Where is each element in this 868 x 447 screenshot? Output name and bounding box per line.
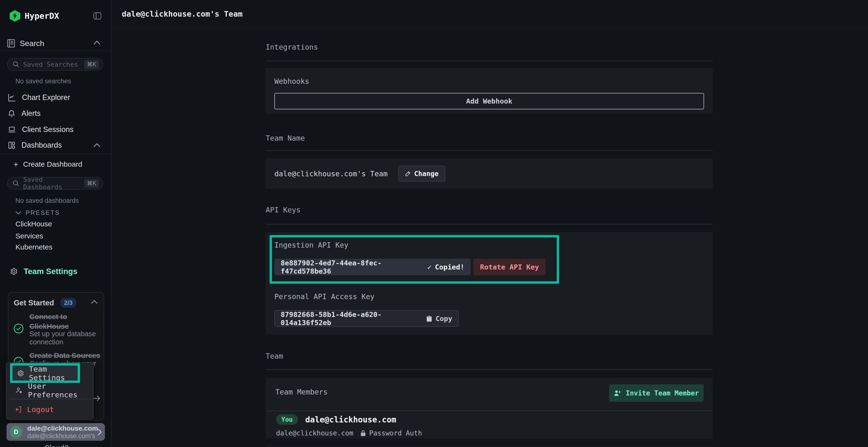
section-divider [266,150,713,151]
sidebar-item-label: Chart Explorer [22,93,70,102]
section-divider [266,370,713,370]
personal-api-key-label: Personal API Access Key [274,293,374,301]
copy-label: Copy [435,314,452,323]
rotate-api-key-button[interactable]: Rotate API Key [473,259,546,275]
personal-key-text: 87982668-58b1-4d6e-a620-014a136f52eb [281,310,426,327]
chevron-down-icon [16,211,21,215]
chevron-right-icon [97,428,102,436]
menu-item-label: User Preferences [28,382,93,399]
sidebar-item-dashboards[interactable]: Dashboards [8,140,62,150]
webhooks-label: Webhooks [274,77,309,85]
sidebar-item-label: Dashboards [22,141,62,149]
saved-searches-placeholder: Saved Searches [23,61,84,68]
presets-header[interactable]: PRESETS [16,209,60,217]
no-saved-dashboards-text: No saved dashboards [16,197,79,204]
get-started-progress-badge: 2/3 [60,298,76,308]
user-menu: Team Settings User Preferences [6,363,94,419]
team-members-card: Team Members Invite Team Member You dale… [266,378,713,439]
search-section-label: Search [20,39,44,48]
invite-team-member-button[interactable]: Invite Team Member [609,384,704,402]
collapse-sidebar-icon[interactable] [94,12,101,20]
journal-search-icon [7,39,15,47]
saved-dashboards-placeholder: Saved Dashboards [23,176,84,191]
team-name-value: dale@clickhouse.com's Team [274,170,388,178]
bell-icon [8,109,15,117]
ingestion-api-key-value[interactable]: 8e887902-4ed7-44ea-8fec-f47cd578be36 ✓ C… [274,259,471,275]
next-card-sliver [266,446,713,447]
ingestion-api-key-label: Ingestion API Key [274,241,348,249]
clipboard-icon [426,315,432,322]
menu-item-logout[interactable]: Logout [14,404,54,415]
member-email: dale@clickhouse.com [276,429,353,437]
sidebar-divider [0,153,111,154]
sidebar-item-team-settings[interactable]: Team Settings [10,266,78,277]
brand-title: HyperDX [25,11,59,21]
sidebar: HyperDX Search [0,0,111,447]
sidebar-section-search[interactable]: Search [7,38,44,48]
chart-explorer-icon [8,94,16,101]
sidebar-item-chart-explorer[interactable]: Chart Explorer [8,92,70,103]
member-name: dale@clickhouse.com [305,415,396,424]
member-auth-type: Password Auth [369,429,422,437]
user-plus-icon [614,389,621,397]
get-started-title: Get Started [14,299,54,307]
user-gear-icon [16,387,23,394]
sidebar-item-client-sessions[interactable]: Client Sessions [8,124,73,135]
saved-searches-input[interactable]: Saved Searches ⌘K [7,58,103,71]
preset-services[interactable]: Services [16,232,43,240]
hyperdx-logo-icon [10,10,20,22]
create-dashboard-button[interactable]: + Create Dashboard [13,159,82,169]
arrow-right-icon [93,395,100,402]
get-started-item-title[interactable]: Create Data Sources [29,351,100,360]
check-circle-icon [14,324,23,333]
lock-icon [361,429,366,437]
gear-icon [10,267,18,276]
search-icon [12,61,19,68]
add-webhook-button[interactable]: Add Webhook [274,93,704,109]
search-collapse-chevron-icon[interactable] [94,40,100,45]
team-heading: Team [266,352,713,360]
sidebar-border [111,0,112,447]
team-name-heading: Team Name [266,134,713,142]
copy-button[interactable]: Copy [426,314,452,323]
menu-item-label: Team Settings [29,365,79,382]
team-member-details: dale@clickhouse.com Password Auth [276,429,422,437]
get-started-item-subtitle: Set up your database connection [29,330,102,346]
sidebar-item-alerts[interactable]: Alerts [8,108,40,119]
logout-label: Logout [27,405,54,414]
clipped-footer-text: Cloud? [44,444,69,447]
change-button-label: Change [414,170,439,178]
api-keys-heading: API Keys [266,206,713,214]
user-profile-button[interactable]: D dale@clickhouse.com dale@clickhouse.co… [6,423,105,441]
app-window: HyperDX Search [0,0,868,447]
menu-divider [8,399,92,399]
change-team-name-button[interactable]: Change [398,166,445,182]
create-dashboard-label: Create Dashboard [23,160,82,168]
avatar: D [10,426,23,438]
logout-icon [14,406,21,413]
preset-kubernetes[interactable]: Kubernetes [16,243,52,251]
preset-clickhouse[interactable]: ClickHouse [16,220,52,228]
sidebar-item-label: Alerts [22,109,40,118]
get-started-item-title[interactable]: Connect to ClickHouse [29,312,99,331]
saved-dashboards-input[interactable]: Saved Dashboards ⌘K [7,177,103,190]
invite-button-label: Invite Team Member [626,389,699,397]
webhooks-card: Webhooks Add Webhook [266,68,713,114]
get-started-collapse-chevron-icon[interactable] [91,300,98,304]
team-name-card: dale@clickhouse.com's Team Change [266,159,713,189]
api-keys-card: Ingestion API Key 8e887902-4ed7-44ea-8fe… [266,232,713,335]
plus-icon: + [13,160,18,169]
section-divider [266,61,713,61]
dashboards-icon [8,141,15,149]
menu-item-team-settings[interactable]: Team Settings [13,366,79,381]
section-divider [266,224,713,225]
dashboards-collapse-chevron-icon[interactable] [94,143,100,147]
personal-api-key-value: 87982668-58b1-4d6e-a620-014a136f52eb Cop… [274,310,459,327]
team-members-label: Team Members [275,388,328,396]
sidebar-item-label: Client Sessions [22,125,73,134]
check-icon: ✓ [427,263,431,271]
pencil-icon [405,171,411,176]
menu-item-user-preferences[interactable]: User Preferences [16,385,93,396]
team-settings-label: Team Settings [24,267,78,276]
profile-subtitle: dale@clickhouse.com's [27,432,97,440]
